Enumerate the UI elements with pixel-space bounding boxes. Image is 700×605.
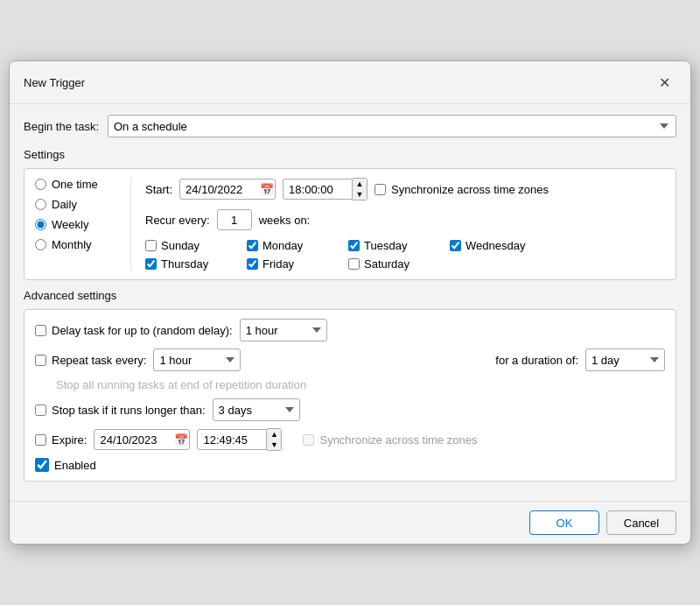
stop-running-label: Stop all running tasks at end of repetit… xyxy=(56,378,306,391)
duration-group: for a duration of: 1 day Indefinitely 1 … xyxy=(495,348,665,371)
day-thursday[interactable]: Thursday xyxy=(145,257,233,271)
sync-check-row: Synchronize across time zones xyxy=(374,183,549,196)
sunday-checkbox[interactable] xyxy=(145,240,157,251)
expire-time-spinners: ▲ ▼ xyxy=(267,428,282,451)
day-sunday[interactable]: Sunday xyxy=(145,239,233,252)
sync-timezone-checkbox[interactable] xyxy=(374,184,386,195)
enabled-label: Enabled xyxy=(54,459,96,472)
radio-column: One time Daily Weekly Monthly xyxy=(35,178,131,271)
radio-weekly[interactable]: Weekly xyxy=(35,218,116,231)
days-row-1: Sunday Monday Tuesday Wednesday xyxy=(145,239,665,252)
settings-right: Start: 📅 ▲ ▼ Synchronize ac xyxy=(131,178,665,271)
monday-label: Monday xyxy=(262,239,303,252)
expire-calendar-button[interactable]: 📅 xyxy=(174,433,188,447)
saturday-checkbox[interactable] xyxy=(348,258,360,270)
days-row-2: Thursday Friday Saturday xyxy=(145,257,665,271)
delay-task-checkbox[interactable] xyxy=(35,325,46,336)
start-label: Start: xyxy=(145,183,172,196)
repeat-task-check-label[interactable]: Repeat task every: xyxy=(35,354,146,367)
radio-weekly-input[interactable] xyxy=(35,219,46,230)
cancel-button[interactable]: Cancel xyxy=(606,510,676,535)
stop-longer-select[interactable]: 3 days 1 hour 1 day xyxy=(213,398,300,421)
close-button[interactable]: ✕ xyxy=(652,70,676,95)
repeat-task-select[interactable]: 1 hour 30 minutes 2 hours xyxy=(153,348,241,371)
stop-longer-checkbox[interactable] xyxy=(35,405,46,416)
radio-one-time[interactable]: One time xyxy=(35,178,116,191)
start-time-wrap: ▲ ▼ xyxy=(283,178,368,200)
repeat-task-label: Repeat task every: xyxy=(52,354,146,367)
settings-box: One time Daily Weekly Monthly xyxy=(24,168,676,280)
radio-daily-input[interactable] xyxy=(35,199,46,210)
day-saturday[interactable]: Saturday xyxy=(348,257,436,271)
thursday-label: Thursday xyxy=(161,257,208,271)
stop-longer-row: Stop task if it runs longer than: 3 days… xyxy=(35,398,665,421)
stop-running-row: Stop all running tasks at end of repetit… xyxy=(56,378,665,391)
tuesday-checkbox[interactable] xyxy=(348,240,360,251)
day-wednesday[interactable]: Wednesday xyxy=(450,239,537,252)
begin-task-label: Begin the task: xyxy=(24,120,99,133)
radio-daily[interactable]: Daily xyxy=(35,198,116,211)
ok-button[interactable]: OK xyxy=(529,510,599,535)
wednesday-label: Wednesday xyxy=(466,239,525,252)
stop-longer-check-label[interactable]: Stop task if it runs longer than: xyxy=(35,404,206,417)
duration-label: for a duration of: xyxy=(495,354,578,367)
duration-select[interactable]: 1 day Indefinitely 1 hour xyxy=(585,348,665,371)
radio-monthly-input[interactable] xyxy=(35,239,46,250)
begin-task-row: Begin the task: On a schedule At log on … xyxy=(24,115,676,137)
expire-sync-text: Synchronize across time zones xyxy=(319,433,477,447)
start-time-up[interactable]: ▲ xyxy=(353,179,367,189)
dialog-title: New Trigger xyxy=(24,76,85,89)
expire-time-up[interactable]: ▲ xyxy=(267,429,281,440)
expire-sync-label: Synchronize across time zones xyxy=(303,433,477,447)
radio-one-time-input[interactable] xyxy=(35,179,46,190)
delay-task-select[interactable]: 1 hour 30 minutes 1 day xyxy=(240,319,327,341)
repeat-task-row: Repeat task every: 1 hour 30 minutes 2 h… xyxy=(35,348,665,371)
radio-monthly-label: Monthly xyxy=(52,238,92,251)
start-time-down[interactable]: ▼ xyxy=(353,189,367,200)
days-grid: Sunday Monday Tuesday Wednesday xyxy=(145,239,665,271)
start-calendar-button[interactable]: 📅 xyxy=(260,183,274,196)
sunday-label: Sunday xyxy=(161,239,200,252)
radio-weekly-label: Weekly xyxy=(52,218,88,231)
friday-label: Friday xyxy=(262,257,294,271)
expire-label: Expire: xyxy=(52,433,87,447)
recur-value-input[interactable] xyxy=(217,209,252,230)
friday-checkbox[interactable] xyxy=(247,258,258,270)
start-time-input[interactable] xyxy=(283,179,353,200)
expire-time-down[interactable]: ▼ xyxy=(267,440,281,450)
tuesday-label: Tuesday xyxy=(364,239,407,252)
saturday-label: Saturday xyxy=(364,257,410,271)
day-tuesday[interactable]: Tuesday xyxy=(348,239,436,252)
delay-task-row: Delay task for up to (random delay): 1 h… xyxy=(35,319,665,341)
enabled-checkbox[interactable] xyxy=(35,458,49,472)
monday-checkbox[interactable] xyxy=(247,240,258,251)
radio-one-time-label: One time xyxy=(52,178,98,191)
expire-time-wrap: ▲ ▼ xyxy=(197,428,282,451)
thursday-checkbox[interactable] xyxy=(145,258,157,270)
wednesday-checkbox[interactable] xyxy=(450,240,461,251)
expire-row: Expire: 📅 ▲ ▼ Synchronize across time zo… xyxy=(35,428,665,451)
begin-task-select[interactable]: On a schedule At log on At startup xyxy=(108,115,676,137)
start-row: Start: 📅 ▲ ▼ Synchronize ac xyxy=(145,178,665,200)
settings-section-label: Settings xyxy=(24,148,676,161)
radio-monthly[interactable]: Monthly xyxy=(35,238,116,251)
recur-label: Recur every: xyxy=(145,214,210,227)
repeat-task-checkbox[interactable] xyxy=(35,355,46,366)
stop-longer-label: Stop task if it runs longer than: xyxy=(52,404,206,417)
expire-checkbox[interactable] xyxy=(35,434,46,446)
enabled-row: Enabled xyxy=(35,458,665,472)
expire-check-label[interactable]: Expire: xyxy=(35,433,87,447)
expire-date-wrap: 📅 xyxy=(94,429,190,450)
advanced-section: Delay task for up to (random delay): 1 h… xyxy=(24,309,676,482)
expire-time-input[interactable] xyxy=(197,429,267,450)
day-monday[interactable]: Monday xyxy=(247,239,334,252)
sync-timezone-label: Synchronize across time zones xyxy=(391,183,549,196)
day-friday[interactable]: Friday xyxy=(247,257,334,271)
title-bar: New Trigger ✕ xyxy=(10,61,690,104)
new-trigger-dialog: New Trigger ✕ Begin the task: On a sched… xyxy=(9,60,691,545)
recur-row: Recur every: weeks on: xyxy=(145,209,665,230)
delay-task-label: Delay task for up to (random delay): xyxy=(52,324,233,337)
weeks-on-label: weeks on: xyxy=(259,214,311,227)
delay-task-check-label[interactable]: Delay task for up to (random delay): xyxy=(35,324,233,337)
dialog-content: Begin the task: On a schedule At log on … xyxy=(10,104,690,501)
